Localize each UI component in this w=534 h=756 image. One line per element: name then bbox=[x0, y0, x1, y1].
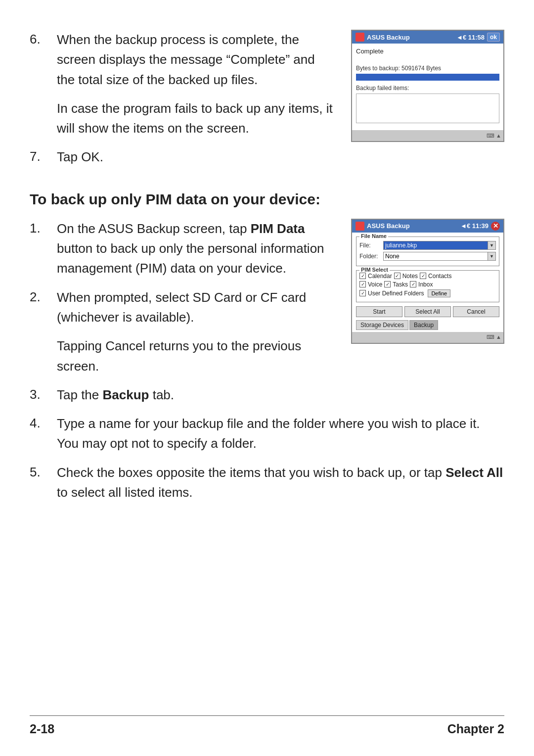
step-s2-1: 1. On the ASUS Backup screen, tap PIM Da… bbox=[30, 219, 336, 279]
screen-footer-1: ⌨ ▲ bbox=[352, 130, 503, 141]
progress-bar bbox=[356, 74, 499, 81]
step-6: 6. When the backup process is complete, … bbox=[30, 30, 336, 90]
bytes-text: Bytes to backup: 5091674 Bytes bbox=[356, 65, 499, 72]
step-s2-4: 4. Type a name for your backup file and … bbox=[30, 414, 504, 454]
pim-select-fieldset: PIM Select Calendar Notes Contacts Voice bbox=[356, 270, 499, 302]
step-s2-2: 2. When prompted, select SD Card or CF c… bbox=[30, 287, 336, 328]
folder-row: Folder: ▼ bbox=[359, 252, 496, 261]
action-buttons: Start Select All Cancel bbox=[356, 306, 499, 317]
folder-dropdown-icon[interactable]: ▼ bbox=[488, 252, 496, 261]
screen-footer-2: ⌨ ▲ bbox=[352, 332, 503, 343]
title-bar-1: ASUS Backup ◄€ 11:58 ok bbox=[352, 31, 503, 44]
cb-inbox-label: Inbox bbox=[418, 281, 433, 288]
define-button[interactable]: Define bbox=[428, 289, 450, 297]
step-s2-4-number: 4. bbox=[30, 414, 57, 454]
failed-label: Backup failed items: bbox=[356, 85, 499, 92]
step-s2-5-text: Check the boxes opposite the items that … bbox=[57, 463, 504, 503]
cb-notes[interactable] bbox=[394, 273, 400, 279]
step-s2-1-number: 1. bbox=[30, 219, 57, 279]
asus-logo-icon bbox=[356, 33, 364, 42]
folder-input[interactable] bbox=[383, 252, 488, 261]
step-s2-1-text: On the ASUS Backup screen, tap PIM Data … bbox=[57, 219, 336, 279]
start-button[interactable]: Start bbox=[356, 306, 402, 317]
screen1-title: ASUS Backup bbox=[367, 34, 410, 41]
file-label: File: bbox=[359, 242, 383, 249]
ok-button[interactable]: ok bbox=[487, 33, 500, 42]
cb-calendar[interactable] bbox=[359, 273, 366, 279]
step-s2-2-text: When prompted, select SD Card or CF card… bbox=[57, 287, 336, 328]
footer-left: 2-18 bbox=[30, 722, 54, 736]
asus-logo-icon-2 bbox=[356, 222, 364, 231]
tab-backup[interactable]: Backup bbox=[409, 320, 438, 330]
file-name-fieldset: File Name File: ▼ Folder: ▼ bbox=[356, 236, 499, 266]
step-s2-4-text: Type a name for your backup file and the… bbox=[57, 414, 504, 454]
cb-tasks[interactable] bbox=[384, 281, 391, 287]
screen1-time: ◄€ 11:58 bbox=[456, 34, 485, 41]
step-s2-5-number: 5. bbox=[30, 463, 57, 503]
footer-right: Chapter 2 bbox=[447, 722, 504, 736]
tabs-bar: Storage Devices Backup bbox=[356, 320, 499, 330]
keyboard-icon: ⌨ ▲ bbox=[487, 133, 501, 139]
keyboard-icon-2: ⌨ ▲ bbox=[487, 334, 501, 340]
step-6-text: When the backup process is complete, the… bbox=[57, 30, 336, 90]
page-footer: 2-18 Chapter 2 bbox=[30, 715, 504, 736]
screen2-time: ◄€ 11:39 bbox=[460, 222, 489, 230]
select-all-button[interactable]: Select All bbox=[404, 306, 451, 317]
cb-inbox[interactable] bbox=[410, 281, 416, 287]
step-7-number: 7. bbox=[30, 147, 57, 167]
cb-notes-label: Notes bbox=[402, 273, 418, 280]
folder-label: Folder: bbox=[359, 253, 383, 260]
title-bar-2: ASUS Backup ◄€ 11:39 ✕ bbox=[352, 220, 503, 233]
screenshot-1: ASUS Backup ◄€ 11:58 ok Complete Bytes t… bbox=[351, 30, 504, 142]
file-row: File: ▼ bbox=[359, 241, 496, 250]
pim-row-3: User Defined Folders Define bbox=[359, 289, 496, 297]
cb-contacts[interactable] bbox=[420, 273, 426, 279]
screenshot-2: ASUS Backup ◄€ 11:39 ✕ File Name File: bbox=[351, 219, 504, 344]
file-dropdown-icon[interactable]: ▼ bbox=[488, 241, 496, 250]
complete-text: Complete bbox=[356, 47, 499, 55]
step-7: 7. Tap OK. bbox=[30, 147, 336, 167]
cb-voice[interactable] bbox=[359, 281, 366, 287]
cb-calendar-label: Calendar bbox=[368, 273, 392, 280]
cancel-button[interactable]: Cancel bbox=[453, 306, 499, 317]
tab-storage[interactable]: Storage Devices bbox=[356, 320, 408, 330]
step-6-number: 6. bbox=[30, 30, 57, 90]
file-input[interactable] bbox=[383, 241, 488, 250]
pim-legend: PIM Select bbox=[359, 267, 390, 273]
pim-row-2: Voice Tasks Inbox bbox=[359, 281, 496, 288]
cb-tasks-label: Tasks bbox=[393, 281, 408, 288]
failed-items-box bbox=[356, 94, 499, 123]
pim-row-1: Calendar Notes Contacts bbox=[359, 273, 496, 280]
screen2-title: ASUS Backup bbox=[367, 222, 410, 230]
step-7-text: Tap OK. bbox=[57, 147, 336, 167]
cb-user-defined[interactable] bbox=[359, 290, 366, 296]
step-s2-5: 5. Check the boxes opposite the items th… bbox=[30, 463, 504, 503]
cb-user-defined-label: User Defined Folders bbox=[368, 290, 424, 297]
cb-contacts-label: Contacts bbox=[428, 273, 451, 280]
close-button[interactable]: ✕ bbox=[491, 222, 500, 231]
step-s2-3-number: 3. bbox=[30, 385, 57, 405]
file-name-legend: File Name bbox=[359, 233, 388, 239]
section2-heading: To back up only PIM data on your device: bbox=[30, 191, 504, 208]
step-s2-2-number: 2. bbox=[30, 287, 57, 328]
cb-voice-label: Voice bbox=[368, 281, 382, 288]
step-s2-3-text: Tap the Backup tab. bbox=[57, 385, 504, 405]
step-s2-3: 3. Tap the Backup tab. bbox=[30, 385, 504, 405]
